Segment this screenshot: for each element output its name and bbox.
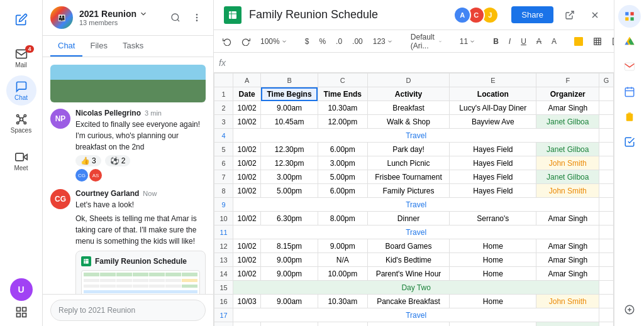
cell-b18[interactable]: 11.00am	[261, 322, 318, 327]
cell-a7[interactable]: 10/02	[233, 170, 261, 184]
header-time-begins[interactable]: Time Begins	[261, 87, 318, 101]
decimal-increase[interactable]: .00	[348, 35, 367, 48]
cell-g12[interactable]	[599, 239, 614, 253]
open-new-button[interactable]	[561, 6, 579, 24]
zoom-selector[interactable]: 100%	[257, 35, 291, 48]
cell-c5[interactable]: 6.00pm	[318, 143, 367, 156]
cell-d14[interactable]: Parent's Wine Hour	[367, 267, 450, 281]
cell-a18[interactable]: 10/03	[233, 322, 261, 327]
redo-button[interactable]	[238, 35, 254, 48]
close-sheet-button[interactable]	[586, 6, 604, 24]
fill-color-button[interactable]	[570, 35, 587, 48]
bold-button[interactable]: B	[489, 35, 502, 48]
cell-e2[interactable]: Lucy's All-Day Diner	[450, 101, 536, 115]
cell-f7[interactable]: Janet Gilboa	[536, 170, 599, 184]
cell-g8[interactable]	[599, 184, 614, 198]
borders-button[interactable]	[589, 35, 606, 48]
cell-a6[interactable]: 10/02	[233, 156, 261, 170]
col-d-header[interactable]: D	[367, 73, 450, 87]
reaction-soccer[interactable]: ⚽ 2	[105, 155, 131, 166]
italic-button[interactable]: I	[505, 35, 514, 48]
cell-c7[interactable]: 5.00pm	[318, 170, 367, 184]
cell-c13[interactable]: N/A	[318, 253, 367, 267]
cell-b7[interactable]: 3.00pm	[261, 170, 318, 184]
cell-g16[interactable]	[599, 295, 614, 308]
cell-g14[interactable]	[599, 267, 614, 281]
cell-b8[interactable]: 5.00pm	[261, 184, 318, 198]
meet-button[interactable]: Meet	[6, 146, 36, 176]
cell-a14[interactable]: 10/02	[233, 267, 261, 281]
col-c-header[interactable]: C	[318, 73, 367, 87]
cell-g3[interactable]	[599, 115, 614, 129]
cell-d12[interactable]: Board Games	[367, 239, 450, 253]
cell-c3[interactable]: 12.00pm	[318, 115, 367, 129]
cell-f8[interactable]: John Smith	[536, 184, 599, 198]
cell-e16[interactable]: Home	[450, 295, 536, 308]
tab-chat[interactable]: Chat	[50, 36, 82, 57]
font-size[interactable]: 11	[456, 35, 479, 48]
cell-g10[interactable]	[599, 212, 614, 225]
cell-c12[interactable]: 9.00pm	[318, 239, 367, 253]
cell-a3[interactable]: 10/02	[233, 115, 261, 129]
cell-e6[interactable]: Hayes Field	[450, 156, 536, 170]
col-f-header[interactable]: F	[536, 73, 599, 87]
cell-g4[interactable]	[599, 129, 614, 143]
cell-f3[interactable]: Janet Gilboa	[536, 115, 599, 129]
percent-button[interactable]: %	[315, 35, 330, 48]
cell-a2[interactable]: 10/02	[233, 101, 261, 115]
col-e-header[interactable]: E	[450, 73, 536, 87]
cell-g15[interactable]	[599, 281, 614, 295]
travel-cell-4[interactable]: Travel	[233, 129, 599, 143]
cell-g6[interactable]	[599, 156, 614, 170]
cell-e12[interactable]: Home	[450, 239, 536, 253]
message-input-container[interactable]: Reply to 2021 Reunion	[50, 300, 206, 321]
text-color-button[interactable]: A	[548, 35, 560, 48]
cell-b5[interactable]: 12.30pm	[261, 143, 318, 156]
cell-f10[interactable]: Amar Singh	[536, 212, 599, 225]
underline-button[interactable]: U	[517, 35, 530, 48]
cell-e14[interactable]: Home	[450, 267, 536, 281]
cell-c16[interactable]: 10.30am	[318, 295, 367, 308]
cell-a12[interactable]: 10/02	[233, 239, 261, 253]
cell-c14[interactable]: 10.00pm	[318, 267, 367, 281]
header-location[interactable]: Location	[450, 87, 536, 101]
col-g-header[interactable]: G	[599, 73, 614, 87]
cell-e7[interactable]: Hayes Field	[450, 170, 536, 184]
cell-e18[interactable]: Glenview Theater	[450, 322, 536, 327]
cell-e8[interactable]: Hayes Field	[450, 184, 536, 198]
cell-d6[interactable]: Lunch Picnic	[367, 156, 450, 170]
search-button[interactable]	[167, 9, 184, 26]
cell-d5[interactable]: Park day!	[367, 143, 450, 156]
cell-d8[interactable]: Family Pictures	[367, 184, 450, 198]
travel-cell-17[interactable]: Travel	[233, 308, 599, 322]
cell-g13[interactable]	[599, 253, 614, 267]
cell-f18[interactable]: Janet Gilboa	[536, 322, 599, 327]
cell-d3[interactable]: Walk & Shop	[367, 115, 450, 129]
cell-b10[interactable]: 6.30pm	[261, 212, 318, 225]
cell-g11[interactable]	[599, 225, 614, 239]
cell-d13[interactable]: Kid's Bedtime	[367, 253, 450, 267]
share-button[interactable]: Share	[511, 6, 553, 23]
google-apps-button[interactable]	[618, 5, 641, 28]
cell-a8[interactable]: 10/02	[233, 184, 261, 198]
cell-d7[interactable]: Frisbee Tournament	[367, 170, 450, 184]
gmail-icon-btn[interactable]	[618, 55, 641, 78]
apps-grid-button[interactable]	[15, 306, 28, 321]
cell-e10[interactable]: Serrano's	[450, 212, 536, 225]
calendar-icon-btn[interactable]	[618, 80, 641, 103]
font-family[interactable]: Default (Ari...	[407, 30, 446, 53]
sheet-content[interactable]: A B C D E F G 1 Date Time Begins Time En…	[214, 73, 614, 326]
cell-g9[interactable]	[599, 198, 614, 212]
header-organizer[interactable]: Organizer	[536, 87, 599, 101]
cell-d2[interactable]: Breakfast	[367, 101, 450, 115]
cell-f6[interactable]: John Smith	[536, 156, 599, 170]
cell-a16[interactable]: 10/03	[233, 295, 261, 308]
cell-c2[interactable]: 10.30am	[318, 101, 367, 115]
sheet-preview-card[interactable]: Family Reunion Schedule	[75, 251, 206, 294]
add-addon-button[interactable]	[618, 298, 641, 321]
strikethrough-button[interactable]: A	[533, 35, 545, 48]
cell-d16[interactable]: Pancake Breakfast	[367, 295, 450, 308]
cell-g7[interactable]	[599, 170, 614, 184]
col-a-header[interactable]: A	[233, 73, 261, 87]
day-two-cell[interactable]: Day Two	[233, 281, 599, 295]
